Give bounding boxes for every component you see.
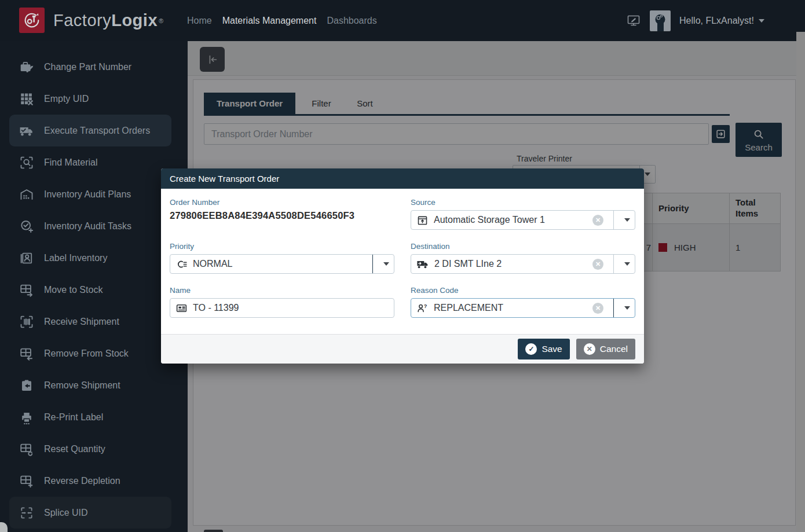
- person-question-icon: ?: [416, 302, 429, 314]
- sidebar-item-label: Change Part Number: [44, 62, 131, 72]
- destination-group: Destination 2 DI SMT LIne 2 ✕: [411, 242, 635, 274]
- sidebar-item-label: Splice UID: [44, 508, 88, 518]
- truck-arrow-icon: [416, 258, 429, 270]
- monitor-edit-icon[interactable]: [626, 14, 641, 28]
- priority-label: Priority: [170, 242, 394, 251]
- nav-home[interactable]: Home: [187, 16, 212, 26]
- brand-bold: Logix: [111, 11, 158, 30]
- name-field[interactable]: TO - 11399: [170, 298, 394, 318]
- destination-field[interactable]: 2 DI SMT LIne 2 ✕: [411, 254, 635, 274]
- scan-search-icon: [19, 155, 34, 170]
- reason-code-field[interactable]: ? REPLACEMENT ✕: [411, 298, 635, 318]
- table-plus-icon: [19, 474, 34, 489]
- field-divider: [613, 255, 614, 273]
- sidebar-item-label: Remove From Stock: [44, 348, 129, 359]
- sidebar-item-reset-quantity[interactable]: Reset Quantity: [0, 433, 188, 465]
- priority-list-icon: [175, 258, 188, 270]
- sidebar-item-label: Inventory Audit Tasks: [44, 221, 131, 232]
- svg-text:?: ?: [424, 303, 427, 309]
- name-value: TO - 11399: [193, 303, 394, 313]
- priority-value: NORMAL: [193, 259, 367, 269]
- warehouse-icon: [19, 187, 34, 202]
- destination-dropdown-button[interactable]: [619, 255, 635, 273]
- scrolled-element-corner: [0, 522, 8, 532]
- table-arrow-right-icon: [19, 282, 34, 298]
- sidebar-item-execute-transport-orders[interactable]: Execute Transport Orders: [9, 115, 171, 146]
- sidebar-item-label: Inventory Audit Plans: [44, 189, 131, 200]
- sidebar-item-empty-uid[interactable]: Empty UID: [0, 83, 188, 115]
- sidebar-item-label: Find Material: [44, 157, 97, 168]
- printer-icon: [19, 410, 34, 425]
- sidebar-item-find-material[interactable]: Find Material: [0, 146, 188, 178]
- create-transport-order-modal: Create New Transport Order Order Number …: [161, 168, 644, 364]
- destination-value: 2 DI SMT LIne 2: [434, 259, 587, 269]
- source-label: Source: [411, 198, 635, 207]
- vertical-scrollbar[interactable]: [796, 32, 805, 532]
- chevron-down-icon: [624, 262, 630, 266]
- sidebar-item-change-part-number[interactable]: Change Part Number: [0, 51, 188, 83]
- top-bar-right: Hello, FLxAnalyst!: [626, 0, 764, 41]
- modal-body: Order Number 279806EEB8A84E394A5508DE546…: [161, 189, 644, 318]
- id-card-icon: [175, 302, 188, 314]
- factorylogix-logo-icon[interactable]: [19, 8, 45, 33]
- sidebar-item-move-to-stock[interactable]: Move to Stock: [0, 274, 188, 306]
- priority-group: Priority NORMAL: [170, 242, 394, 274]
- storage-tower-icon: [416, 214, 429, 226]
- table-arrow-left-icon: [19, 346, 34, 361]
- chevron-down-icon: [624, 306, 630, 310]
- nav-materials-management[interactable]: Materials Management: [222, 16, 317, 26]
- clear-destination-button[interactable]: ✕: [592, 259, 603, 270]
- x-circle-icon: ✕: [584, 343, 595, 355]
- source-field[interactable]: Automatic Storage Tower 1 ✕: [411, 210, 635, 230]
- sidebar-item-inventory-audit-plans[interactable]: Inventory Audit Plans: [0, 178, 188, 210]
- field-divider: [613, 299, 614, 317]
- cancel-button[interactable]: ✕ Cancel: [576, 339, 635, 359]
- chevron-down-icon: [624, 218, 630, 222]
- name-label: Name: [170, 286, 394, 295]
- user-avatar[interactable]: [650, 10, 671, 31]
- sidebar-item-label: Empty UID: [44, 94, 89, 104]
- sidebar-item-label: Reset Quantity: [44, 444, 105, 454]
- name-group: Name TO - 11399: [170, 286, 394, 318]
- reason-code-label: Reason Code: [411, 286, 635, 295]
- reason-code-group: Reason Code ? REPLACEMENT ✕: [411, 286, 635, 318]
- clear-reason-code-button[interactable]: ✕: [592, 303, 603, 314]
- top-nav: Home Materials Management Dashboards: [187, 0, 377, 41]
- reason-code-dropdown-button[interactable]: [619, 299, 635, 317]
- sidebar-item-inventory-audit-tasks[interactable]: Inventory Audit Tasks: [0, 210, 188, 242]
- priority-field[interactable]: NORMAL: [170, 254, 394, 274]
- user-menu[interactable]: Hello, FLxAnalyst!: [679, 16, 764, 26]
- sidebar-item-label: Label Inventory: [44, 253, 107, 263]
- sidebar-item-label: Re-Print Label: [44, 412, 103, 423]
- save-button[interactable]: ✓ Save: [518, 339, 569, 359]
- registered-mark: ®: [159, 17, 164, 24]
- truck-check-icon: [19, 123, 34, 138]
- sidebar-item-splice-uid[interactable]: Splice UID: [9, 497, 171, 529]
- order-number-value: 279806EEB8A84E394A5508DE546650F3: [170, 210, 394, 221]
- sidebar-item-receive-shipment[interactable]: Receive Shipment: [0, 306, 188, 337]
- sidebar-item-remove-shipment[interactable]: Remove Shipment: [0, 369, 188, 401]
- id-card-stack-icon: [19, 251, 34, 266]
- sidebar-item-label: Execute Transport Orders: [44, 126, 150, 136]
- check-circle-plus-icon: [19, 219, 34, 234]
- save-button-label: Save: [541, 344, 562, 354]
- destination-label: Destination: [411, 242, 635, 251]
- sidebar-item-remove-from-stock[interactable]: Remove From Stock: [0, 337, 188, 369]
- order-number-label: Order Number: [170, 198, 394, 207]
- nav-dashboards[interactable]: Dashboards: [327, 16, 376, 26]
- sidebar-item-re-print-label[interactable]: Re-Print Label: [0, 401, 188, 433]
- table-refresh-icon: [19, 442, 34, 457]
- chevron-down-icon: [383, 262, 389, 266]
- barcode-scan-icon: [19, 314, 34, 329]
- check-circle-icon: ✓: [525, 343, 537, 355]
- order-number-group: Order Number 279806EEB8A84E394A5508DE546…: [170, 198, 394, 230]
- source-dropdown-button[interactable]: [619, 211, 635, 229]
- priority-dropdown-button[interactable]: [378, 255, 394, 273]
- sidebar-item-reverse-depletion[interactable]: Reverse Depletion: [0, 465, 188, 497]
- reason-code-value: REPLACEMENT: [434, 303, 587, 313]
- sidebar-item-label-inventory[interactable]: Label Inventory: [0, 242, 188, 274]
- app-window: FactoryLogix® Home Materials Management …: [0, 0, 805, 532]
- greeting-text: Hello, FLxAnalyst!: [679, 16, 754, 26]
- chevron-down-icon: [759, 19, 764, 23]
- clear-source-button[interactable]: ✕: [592, 215, 603, 226]
